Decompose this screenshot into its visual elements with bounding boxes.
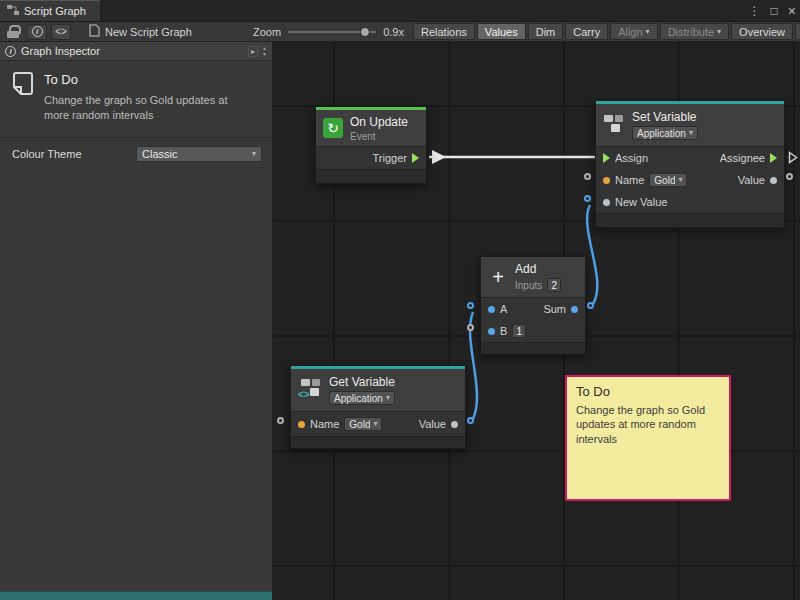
variable-name-dropdown[interactable]: Gold ▾ [344,417,382,431]
graph-name: New Script Graph [105,26,192,38]
node-get-variable[interactable]: <> Get Variable Application ▾ Name Gold [290,365,466,449]
wire-arrowhead-icon [432,150,446,164]
port-label-assignee: Assignee [720,152,765,164]
value-port-icon[interactable] [451,421,458,428]
divider [0,137,272,138]
port-label-sum: Sum [543,303,566,315]
tab-bar: Script Graph ⋮ □ × [0,0,800,22]
b-value-field[interactable]: 1 [512,324,526,338]
port-set-variable-new-value[interactable] [584,195,591,202]
graph-inspector-panel: i Graph Inspector ▸ ▲ ▼ To Do Change the… [0,42,273,600]
script-graph-icon [7,4,19,18]
variable-scope-dropdown[interactable]: Application ▾ [329,391,395,405]
relations-label: Relations [421,26,467,38]
inspector-header-actions: ▸ ▲ ▼ [248,46,267,57]
carry-label: Carry [573,26,600,38]
port-set-variable-assignee[interactable] [788,151,798,166]
graph-file-icon [89,24,100,39]
graph-inspector-title: Graph Inspector [21,45,100,57]
variable-name-dropdown[interactable]: Gold ▾ [649,173,687,187]
overview-button[interactable]: Overview [731,23,793,40]
sticky-note[interactable]: To Do Change the graph so Gold updates a… [565,375,731,501]
port-set-variable-value[interactable] [786,173,793,180]
variables-icon [603,114,625,136]
value-port-icon[interactable] [603,199,610,206]
node-title: Add [515,262,561,276]
carry-button[interactable]: Carry [565,23,608,40]
dim-label: Dim [536,26,556,38]
node-footer [481,342,585,354]
port-label-b: B [500,325,507,337]
sticky-note-icon [12,72,34,123]
variable-scope-dropdown[interactable]: Application ▾ [632,126,698,140]
port-add-a[interactable] [467,302,474,309]
close-icon[interactable]: × [788,4,796,18]
value-port-icon[interactable] [298,421,305,428]
value-port-icon[interactable] [603,177,610,184]
node-title: On Update [350,115,408,129]
zoom-slider[interactable] [288,26,376,38]
dock-pane-icon[interactable]: ▸ [248,46,258,57]
port-label-trigger: Trigger [373,152,407,164]
chevron-down-icon: ▾ [678,176,682,184]
port-get-variable-name[interactable] [277,417,284,424]
scroll-up-icon[interactable]: ▲ [262,46,267,51]
graph-toolbar: i <> New Script Graph Zoom 0.9x Relation… [0,22,800,42]
flow-port-icon[interactable] [603,153,610,163]
node-title: Get Variable [329,375,395,389]
lock-icon[interactable] [7,25,19,38]
kebab-menu-icon[interactable]: ⋮ [749,5,761,17]
tab-script-graph[interactable]: Script Graph [0,0,101,21]
distribute-button[interactable]: Distribute▾ [660,23,729,40]
maximize-icon[interactable]: □ [771,5,778,17]
chevron-down-icon: ▾ [646,28,650,36]
graph-canvas[interactable]: ↻ On Update Event Trigger [273,42,800,600]
tab-title: Script Graph [24,5,86,17]
distribute-label: Distribute [668,26,714,38]
port-label-a: A [500,303,507,315]
variables-icon: <> [298,378,322,402]
todo-title: To Do [44,72,262,87]
colour-theme-dropdown[interactable]: Classic ▾ [136,146,262,162]
node-footer [291,436,465,448]
align-button[interactable]: Align▾ [610,23,657,40]
scroll-down-icon[interactable]: ▼ [262,52,267,57]
scope-value: Application [334,393,383,404]
port-set-variable-name[interactable] [584,173,591,180]
value-port-icon[interactable] [571,306,578,313]
value-port-icon[interactable] [770,177,777,184]
node-on-update[interactable]: ↻ On Update Event Trigger [315,106,427,184]
node-add[interactable]: + Add Inputs 2 A Sum [480,256,586,355]
full-screen-button[interactable]: Full Screen [795,23,800,40]
inspector-toggle-button[interactable]: i [27,24,47,40]
inputs-label: Inputs [515,280,542,291]
values-button[interactable]: Values [477,23,526,40]
inputs-count-field[interactable]: 2 [547,278,561,292]
port-label-name: Name [615,174,644,186]
update-loop-icon: ↻ [323,118,343,138]
chevron-down-icon: ▾ [717,28,721,36]
values-label: Values [485,26,518,38]
port-get-variable-value[interactable] [467,417,474,424]
inspector-todo-section: To Do Change the graph so Gold updates a… [0,61,272,135]
flow-port-icon[interactable] [770,153,777,163]
align-label: Align [618,26,642,38]
scope-value: Application [637,128,686,139]
edit-source-button[interactable]: <> [51,24,71,40]
value-port-icon[interactable] [488,306,495,313]
flow-port-icon[interactable] [412,153,419,163]
colour-theme-label: Colour Theme [12,148,82,160]
port-add-sum[interactable] [587,302,594,309]
toolbar-buttons: Relations Values Dim Carry Align▾ Distri… [413,23,800,40]
relations-button[interactable]: Relations [413,23,475,40]
dim-button[interactable]: Dim [528,23,564,40]
node-subtitle: Event [350,131,408,142]
overview-label: Overview [739,26,785,38]
variable-name-value: Gold [654,175,675,186]
port-label-assign: Assign [615,152,648,164]
zoom-slider-handle[interactable] [360,27,370,37]
port-add-b[interactable] [467,324,474,331]
node-set-variable[interactable]: Set Variable Application ▾ Assign Assign… [595,100,785,228]
code-icon: <> [55,26,67,37]
value-port-icon[interactable] [488,328,495,335]
